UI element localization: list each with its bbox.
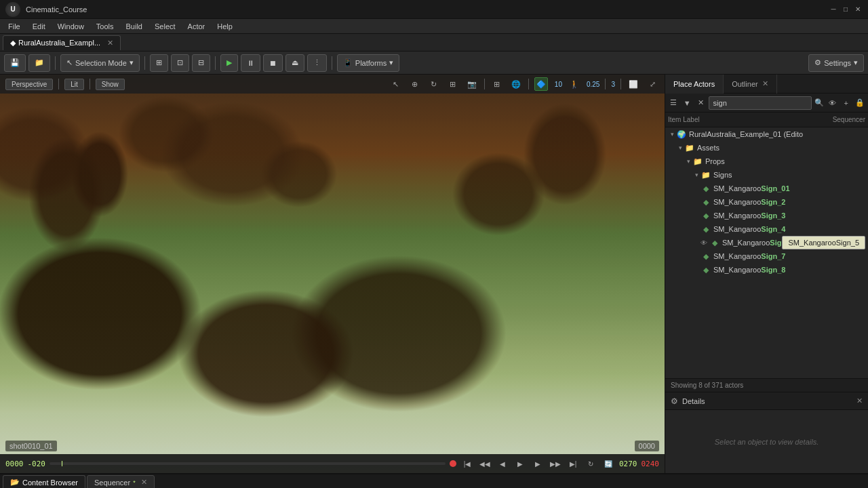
- record-indicator: [450, 460, 456, 467]
- outliner-close-icon[interactable]: ✕: [762, 79, 768, 88]
- tree-sign-8[interactable]: ◆ SM_KangarooSign_8: [665, 263, 868, 277]
- outliner-search-bar: ☰ ▼ ✕ 🔍 👁 + 🔒: [665, 94, 868, 113]
- outliner-tab[interactable]: Outliner ✕: [724, 75, 777, 94]
- loop-start-btn[interactable]: |◀: [460, 457, 474, 470]
- sequencer-tab[interactable]: Sequencer * ✕: [87, 475, 155, 489]
- vp-separator-4: [528, 79, 529, 89]
- close-btn[interactable]: ✕: [853, 5, 863, 14]
- toolbar-separator-1: [55, 56, 56, 70]
- prev-frame-btn[interactable]: ◀: [496, 457, 509, 470]
- tree-sign-7[interactable]: ◆ SM_KangarooSign_7: [665, 249, 868, 263]
- loop-btn[interactable]: ↻: [584, 457, 597, 470]
- menu-actor[interactable]: Actor: [182, 21, 211, 32]
- outliner-eye-icon[interactable]: 👁: [827, 96, 838, 110]
- save-icon: 💾: [10, 58, 20, 67]
- tree-root[interactable]: ▾ 🌍 RuralAustralia_Example_01 (Edito: [665, 127, 868, 141]
- maximize-vp-icon[interactable]: ⤢: [646, 77, 659, 91]
- platforms-btn[interactable]: 📱 Platforms ▾: [337, 54, 399, 72]
- vp-separator-6: [620, 79, 621, 89]
- menu-build[interactable]: Build: [121, 21, 148, 32]
- platforms-dropdown-icon: ▾: [389, 58, 393, 67]
- mesh-icon-3: ◆: [701, 210, 711, 221]
- next-frame-btn[interactable]: ▶: [531, 457, 545, 470]
- tree-signs[interactable]: ▾ 📁 Signs: [665, 168, 868, 182]
- viewport[interactable]: Perspective Lit Show ↖ ⊕ ↻ ⊞ 📷 ⊞ 🌐 🔷 10 …: [0, 75, 665, 473]
- snap-world-icon[interactable]: 🌐: [509, 77, 523, 91]
- tree-sign-5[interactable]: 👁 ◆ SM_KangarooSign_5 SM_KangarooSign_5: [665, 236, 868, 249]
- content-browser-tab[interactable]: 📂 Content Browser: [3, 475, 85, 489]
- stop-btn[interactable]: ⏹: [263, 54, 283, 72]
- eject-btn[interactable]: ⏏: [285, 54, 304, 72]
- screen-mode-icon[interactable]: ⬜: [627, 77, 640, 91]
- show-btn[interactable]: Show: [96, 79, 125, 90]
- project-tab[interactable]: ◆ RuralAustralia_Exampl... ✕: [3, 35, 121, 50]
- tree-sign-01[interactable]: ◆ SM_KangarooSign_01: [665, 182, 868, 195]
- details-title: Details: [682, 397, 852, 405]
- save-btn[interactable]: 💾: [4, 54, 26, 72]
- tree-sign-4[interactable]: ◆ SM_KangarooSign_4: [665, 222, 868, 236]
- playhead-marker[interactable]: [62, 461, 62, 466]
- grid-toggle-icon[interactable]: ⊞: [490, 77, 504, 91]
- snap-btn[interactable]: ⊡: [171, 54, 189, 72]
- menu-file[interactable]: File: [3, 21, 26, 32]
- tree-assets[interactable]: ▾ 📁 Assets: [665, 141, 868, 155]
- play-btn[interactable]: ▶: [220, 54, 238, 72]
- outliner-search-input[interactable]: [709, 96, 812, 110]
- transform-btn[interactable]: ⊞: [150, 54, 168, 72]
- header-item-label: Item Label: [668, 116, 827, 123]
- tree-props[interactable]: ▾ 📁 Props: [665, 155, 868, 168]
- tree-sign-3[interactable]: ◆ SM_KangarooSign_3: [665, 209, 868, 222]
- selection-mode-btn[interactable]: ↖ Selection Mode ▾: [60, 54, 140, 72]
- translate-icon[interactable]: ⊕: [408, 77, 422, 91]
- menu-window[interactable]: Window: [52, 21, 90, 32]
- mesh-icon-5: ◆: [709, 237, 720, 248]
- play-timeline-btn[interactable]: ▶: [513, 457, 527, 470]
- more-play-btn[interactable]: ⋮: [307, 54, 327, 72]
- mesh-icon-1: ◆: [701, 183, 711, 194]
- outliner-search-icon[interactable]: 🔍: [814, 96, 825, 110]
- sign-3-label: SM_KangarooSign_3: [713, 211, 865, 220]
- minimize-btn[interactable]: ─: [829, 5, 838, 14]
- vp-separator-5: [605, 79, 606, 89]
- gizmo-icon[interactable]: 🔷: [534, 77, 548, 91]
- outliner-lock-icon[interactable]: 🔒: [854, 96, 865, 110]
- grid-btn[interactable]: ⊟: [192, 54, 210, 72]
- outliner-menu-icon[interactable]: ☰: [668, 96, 679, 110]
- settings-btn[interactable]: ⚙ Settings ▾: [808, 54, 864, 72]
- sign-2-label: SM_KangarooSign_2: [713, 198, 865, 206]
- main-layout: Perspective Lit Show ↖ ⊕ ↻ ⊞ 📷 ⊞ 🌐 🔷 10 …: [0, 75, 868, 473]
- menu-edit[interactable]: Edit: [27, 21, 51, 32]
- camera-icon[interactable]: 📷: [465, 77, 479, 91]
- sequencer-close-btn[interactable]: ✕: [141, 478, 147, 487]
- outliner-clear-icon[interactable]: ✕: [695, 96, 707, 110]
- outliner-filter-icon[interactable]: ▼: [682, 96, 693, 110]
- selection-mode-label: Selection Mode: [75, 59, 127, 67]
- folder-props-icon: 📁: [692, 156, 703, 167]
- menu-select[interactable]: Select: [149, 21, 181, 32]
- root-arrow: ▾: [668, 131, 676, 138]
- outliner-plus-icon[interactable]: +: [840, 96, 852, 110]
- maximize-btn[interactable]: □: [841, 5, 850, 14]
- pause-btn[interactable]: ⏸: [241, 54, 260, 72]
- place-actors-tab[interactable]: Place Actors: [665, 75, 724, 94]
- menu-help[interactable]: Help: [212, 21, 238, 32]
- cursor-tool-icon[interactable]: ↖: [389, 77, 403, 91]
- loop-end-btn[interactable]: ▶|: [566, 457, 580, 470]
- scale-icon[interactable]: ⊞: [446, 77, 460, 91]
- menu-tools[interactable]: Tools: [91, 21, 119, 32]
- details-close-btn[interactable]: ✕: [856, 396, 863, 405]
- project-tab-close[interactable]: ✕: [107, 39, 113, 47]
- loop-mode-icon[interactable]: 🔄: [601, 457, 615, 470]
- next-key-btn[interactable]: ▶▶: [549, 457, 562, 470]
- viewport-timeline: 0000 -020 |◀ ◀◀ ◀ ▶ ▶ ▶▶ ▶| ↻ 🔄 0270 024…: [0, 454, 665, 473]
- browse-btn[interactable]: 📁: [28, 54, 50, 72]
- lit-btn[interactable]: Lit: [64, 79, 84, 90]
- tree-sign-2[interactable]: ◆ SM_KangarooSign_2: [665, 195, 868, 209]
- perspective-btn[interactable]: Perspective: [5, 79, 53, 90]
- toolbar-separator-2: [144, 56, 145, 70]
- walk-speed-icon[interactable]: 🚶: [568, 77, 581, 91]
- details-placeholder: Select an object to view details.: [715, 438, 818, 446]
- rotate-icon[interactable]: ↻: [427, 77, 441, 91]
- visibility-eye-icon[interactable]: 👁: [701, 239, 707, 247]
- prev-key-btn[interactable]: ◀◀: [478, 457, 492, 470]
